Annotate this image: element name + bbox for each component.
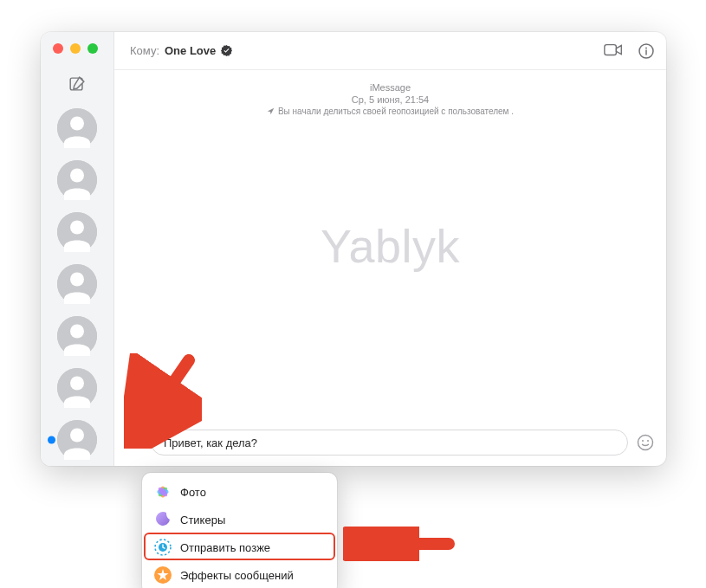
apps-menu: Фото Стикеры Отправить позже Эффекты соо… [142,473,337,588]
sidebar [41,32,114,466]
svg-point-6 [638,436,653,450]
details-info-button[interactable] [638,43,654,59]
menu-item-message-effects[interactable]: Эффекты сообщений [147,561,332,588]
svg-point-5 [645,47,647,48]
svg-point-7 [642,440,644,442]
conversation-item[interactable] [41,316,113,356]
stickers-icon [154,511,172,528]
compose-new-message-button[interactable] [68,74,87,94]
conversation-item[interactable] [41,212,113,252]
conversation-item[interactable] [41,368,113,408]
conversation-item-active[interactable] [41,420,113,460]
photos-app-icon [154,483,172,501]
conversation-header: Кому: One Love [114,32,666,70]
conversation-item[interactable] [41,108,113,148]
watermark: Yablyk [321,219,460,273]
message-effects-icon [154,566,172,584]
system-message: Вы начали делиться своей геопозицией с п… [267,107,514,116]
menu-item-label: Отправить позже [180,541,270,554]
send-later-clock-icon [154,539,172,556]
conversation-list [41,103,113,466]
facetime-video-button[interactable] [604,43,623,59]
messages-body: iMessage Ср, 5 июня, 21:54 Вы начали дел… [114,70,666,421]
conversation-item[interactable] [41,160,113,200]
menu-item-send-later[interactable]: Отправить позже [147,533,332,561]
avatar [57,368,97,408]
service-label: iMessage [370,82,411,93]
menu-item-label: Эффекты сообщений [180,569,294,582]
message-input-text: Привет, как дела? [164,436,257,449]
avatar [57,316,97,356]
svg-point-8 [647,440,649,442]
verified-badge-icon [221,45,232,56]
svg-rect-3 [605,44,617,55]
avatar [57,264,97,304]
menu-item-label: Стикеры [180,514,225,527]
to-label: Кому: [130,44,159,57]
annotation-arrow [343,527,456,561]
contact-name: One Love [165,44,216,57]
menu-item-label: Фото [180,486,206,499]
close-window-button[interactable] [53,43,63,54]
menu-item-photos[interactable]: Фото [147,478,332,506]
conversation-pane: Кому: One Love [114,32,666,466]
avatar [57,108,97,148]
messages-window: Кому: One Love [41,32,666,466]
minimize-window-button[interactable] [70,43,81,54]
unread-dot-icon [48,436,55,444]
maximize-window-button[interactable] [87,43,98,54]
location-arrow-icon [267,107,275,115]
message-input[interactable]: Привет, как дела? [151,430,628,456]
apps-plus-button[interactable] [125,434,142,451]
window-controls [41,32,113,65]
emoji-picker-button[interactable] [637,434,654,451]
conversation-item[interactable] [41,264,113,304]
compose-bar: Привет, как дела? [114,421,666,466]
avatar [57,160,97,200]
avatar [57,420,97,460]
menu-item-stickers[interactable]: Стикеры [147,506,332,533]
avatar [57,212,97,252]
date-label: Ср, 5 июня, 21:54 [352,94,429,105]
